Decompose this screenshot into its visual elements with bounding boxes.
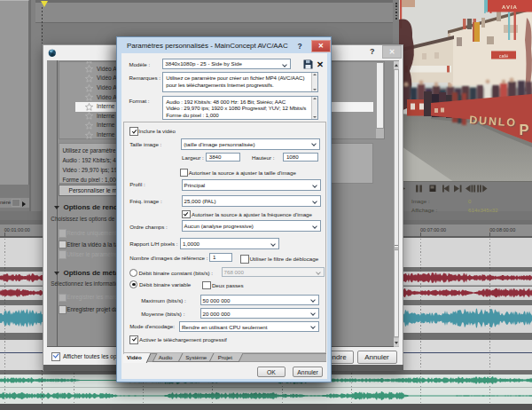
svg-text:AVIA: AVIA	[502, 4, 518, 10]
svg-text:café: café	[499, 53, 508, 59]
svg-text:P: P	[520, 122, 529, 138]
